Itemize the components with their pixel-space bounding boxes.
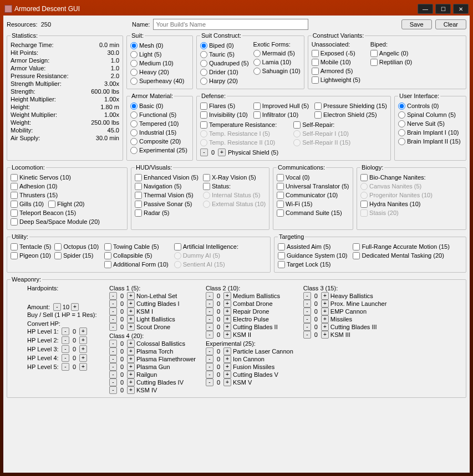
- radio-option[interactable]: [130, 51, 138, 58]
- checkbox-option[interactable]: [312, 50, 319, 57]
- spinner[interactable]: -0+: [62, 336, 87, 345]
- radio-option[interactable]: [200, 69, 207, 76]
- radio-option[interactable]: [200, 60, 207, 67]
- spinner[interactable]: -0+: [303, 308, 329, 315]
- minimize-button[interactable]: —: [418, 4, 433, 14]
- checkbox-option[interactable]: [353, 252, 360, 259]
- spinner[interactable]: -0+: [109, 340, 135, 347]
- spinner[interactable]: -0+: [303, 323, 329, 331]
- checkbox-option[interactable]: [277, 192, 284, 199]
- checkbox-option[interactable]: [277, 174, 284, 181]
- checkbox-option[interactable]: [135, 183, 142, 190]
- spinner[interactable]: -0+: [109, 315, 135, 323]
- radio-option[interactable]: [200, 42, 207, 49]
- radio-option[interactable]: [130, 103, 138, 110]
- spinner[interactable]: -0+: [109, 308, 135, 315]
- clear-button[interactable]: Clear: [435, 19, 466, 29]
- radio-option[interactable]: [130, 147, 138, 154]
- spinner[interactable]: -0+: [303, 300, 329, 308]
- spinner[interactable]: -0+: [109, 363, 135, 371]
- checkbox-option[interactable]: [277, 183, 284, 190]
- spinner[interactable]: -0+: [303, 315, 329, 323]
- radio-option[interactable]: [200, 78, 207, 85]
- checkbox-option[interactable]: [253, 111, 261, 119]
- spinner[interactable]: -0+: [109, 386, 135, 394]
- checkbox-option[interactable]: [135, 201, 142, 208]
- spinner[interactable]: -0+: [206, 323, 231, 331]
- checkbox-option[interactable]: [104, 243, 111, 250]
- spinner[interactable]: -0+: [303, 292, 329, 300]
- radio-option[interactable]: [200, 51, 207, 58]
- spinner[interactable]: -0+: [206, 292, 231, 300]
- spinner[interactable]: -0+: [206, 355, 231, 363]
- spinner[interactable]: -0+: [109, 292, 135, 300]
- checkbox-option[interactable]: [370, 50, 378, 57]
- radio-option[interactable]: [398, 138, 405, 145]
- checkbox-option[interactable]: [253, 103, 261, 110]
- spinner[interactable]: -0+: [109, 347, 135, 355]
- checkbox-option[interactable]: [11, 192, 18, 199]
- checkbox-option[interactable]: [312, 59, 319, 66]
- spinner[interactable]: -0+: [206, 315, 231, 323]
- checkbox-option[interactable]: [135, 209, 142, 217]
- spinner[interactable]: -0+: [109, 323, 135, 331]
- radio-option[interactable]: [130, 129, 138, 136]
- checkbox-option[interactable]: [314, 111, 322, 119]
- spinner[interactable]: -0+: [206, 363, 231, 371]
- checkbox-option[interactable]: [353, 243, 360, 250]
- spinner[interactable]: -0+: [109, 300, 135, 308]
- checkbox-option[interactable]: [312, 76, 319, 84]
- spinner[interactable]: -0+: [206, 308, 231, 315]
- spinner[interactable]: -0+: [109, 355, 135, 363]
- save-button[interactable]: Save: [401, 19, 432, 29]
- checkbox-option[interactable]: [104, 261, 111, 268]
- checkbox-option[interactable]: [135, 174, 142, 181]
- checkbox-option[interactable]: [104, 252, 111, 259]
- checkbox-option[interactable]: [200, 111, 207, 119]
- maximize-button[interactable]: ☐: [435, 4, 451, 14]
- radio-option[interactable]: [398, 129, 405, 136]
- radio-option[interactable]: [398, 120, 405, 127]
- spinner[interactable]: -0+: [303, 331, 329, 339]
- spinner[interactable]: -0+: [62, 354, 87, 362]
- radio-option[interactable]: [130, 138, 138, 145]
- spinner[interactable]: -0+: [206, 331, 231, 339]
- build-name-input[interactable]: [153, 19, 308, 30]
- radio-option[interactable]: [253, 50, 261, 57]
- checkbox-option[interactable]: [11, 218, 18, 226]
- checkbox-option[interactable]: [314, 103, 322, 110]
- spinner[interactable]: -0+: [206, 371, 231, 378]
- checkbox-option[interactable]: [278, 243, 285, 250]
- checkbox-option[interactable]: [135, 192, 142, 199]
- radio-option[interactable]: [253, 68, 261, 75]
- spinner[interactable]: -0+: [62, 362, 87, 371]
- checkbox-option[interactable]: [11, 183, 18, 190]
- checkbox-option[interactable]: [11, 174, 18, 181]
- checkbox-option[interactable]: [278, 261, 285, 268]
- phys-shield-spinner[interactable]: -0+: [200, 148, 226, 157]
- spinner[interactable]: -0+: [62, 327, 87, 336]
- checkbox-option[interactable]: [277, 201, 284, 208]
- radio-option[interactable]: [130, 120, 138, 127]
- spinner[interactable]: -0+: [206, 347, 231, 355]
- radio-option[interactable]: [130, 60, 138, 67]
- checkbox-option[interactable]: [11, 209, 18, 217]
- checkbox-option[interactable]: [200, 103, 207, 110]
- radio-option[interactable]: [130, 111, 138, 119]
- spinner[interactable]: -0+: [109, 378, 135, 386]
- radio-option[interactable]: [130, 42, 138, 49]
- checkbox-option[interactable]: [370, 59, 378, 66]
- spinner[interactable]: -0+: [206, 300, 231, 308]
- spinner[interactable]: -0+: [206, 378, 231, 386]
- checkbox-option[interactable]: [277, 209, 284, 217]
- radio-option[interactable]: [130, 78, 138, 85]
- spinner[interactable]: -0+: [62, 345, 87, 354]
- radio-option[interactable]: [398, 111, 405, 119]
- radio-option[interactable]: [253, 59, 261, 66]
- radio-option[interactable]: [130, 69, 138, 76]
- close-button[interactable]: ✕: [453, 4, 469, 14]
- spinner[interactable]: -0+: [109, 371, 135, 378]
- checkbox-option[interactable]: [312, 68, 319, 75]
- radio-option[interactable]: [398, 103, 405, 110]
- checkbox-option[interactable]: [278, 252, 285, 259]
